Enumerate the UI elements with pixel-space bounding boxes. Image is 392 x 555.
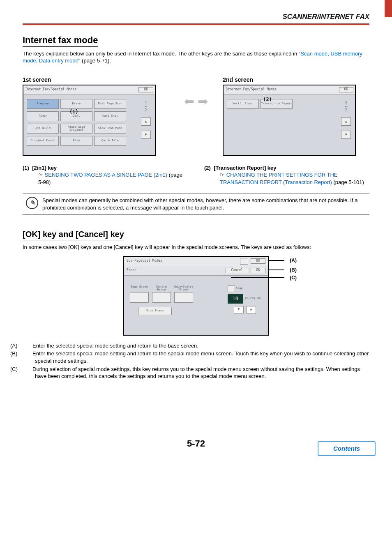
panel1-title: Internet Fax/Special Modes — [25, 88, 76, 92]
centre-erase-label: Centre Erase — [152, 286, 171, 292]
intro-text-1: The keys explained below can only be use… — [23, 51, 300, 57]
desc-a: (A)Enter the selected special mode setti… — [23, 342, 369, 350]
pointer-icon: ☞ — [220, 172, 225, 178]
running-header: SCANNER/INTERNET FAX — [23, 12, 369, 23]
card-shot-button[interactable]: Card Shot — [94, 111, 126, 121]
edge-erase-button[interactable] — [130, 292, 149, 303]
transaction-report-link[interactable]: CHANGING THE PRINT SETTINGS FOR THE TRAN… — [220, 172, 338, 185]
key-1-heading: (1) [2in1] key — [23, 164, 188, 172]
desc-c: (C)During selection of special mode sett… — [23, 366, 369, 380]
panel1-up-button[interactable]: ▲ — [141, 117, 151, 126]
key-2-heading: (2) [Transaction Report] key — [204, 164, 369, 172]
chapter-color-tab — [385, 0, 392, 17]
callout-two: (2) — [263, 96, 272, 103]
label-a: (A) — [290, 257, 297, 264]
special-modes-panel-1: Internet Fax/Special Modes OK Program Er… — [23, 85, 156, 156]
leader-a — [268, 260, 284, 261]
label-c: (C) — [290, 274, 297, 281]
edge-centre-erase-button[interactable] — [174, 292, 193, 303]
side-erase-button[interactable]: Side Erase — [138, 307, 172, 315]
leader-b — [268, 269, 284, 270]
leader-c — [231, 277, 284, 278]
original-count-button[interactable]: Original Count — [27, 136, 59, 146]
key-2-page: (page 5-101) — [333, 179, 364, 185]
screen-nav-arrow-icon: ⬅ ➡ — [182, 69, 210, 110]
erase-settings-panel: Scan/Special Modes OK Erase Cancel OK Ed… — [123, 256, 269, 336]
panel-mini-icon — [240, 258, 248, 265]
centre-erase-button[interactable] — [152, 292, 171, 303]
slow-scan-button[interactable]: Slow Scan Mode — [94, 124, 126, 134]
erase-panel-title-2: Erase — [127, 268, 136, 273]
panel1-down-button[interactable]: ▼ — [141, 131, 151, 139]
edge-erase-label: Edge Erase — [130, 286, 149, 292]
erase-panel-ok-b[interactable]: OK — [251, 268, 265, 273]
panel2-title: Internet Fax/Special Modes — [225, 88, 277, 92]
note-box: ✎ Special modes can generally be combine… — [23, 193, 369, 215]
panel1-pages: 2 — [145, 108, 147, 112]
page-title: Internet fax mode — [23, 34, 98, 47]
first-screen-heading: 1st screen — [23, 76, 169, 84]
pointer-icon: ☞ — [38, 172, 43, 178]
edge-label: Edge — [236, 287, 243, 290]
edge-centre-erase-label: Edge+Centre Erase — [174, 286, 193, 292]
verif-stamp-button[interactable]: Verif. Stamp — [227, 99, 259, 109]
timer-button[interactable]: Timer — [27, 111, 59, 121]
ok-cancel-heading: [OK] key and [Cancel] key — [23, 229, 124, 240]
panel2-down-button[interactable]: ▼ — [341, 131, 351, 139]
panel2-ok-button[interactable]: OK — [339, 87, 354, 92]
second-screen-heading: 2nd screen — [223, 76, 369, 84]
edge-mini-icon — [228, 286, 235, 292]
intro-text-2: " (page 5-71). — [78, 58, 111, 64]
callout-one: (1) — [69, 108, 78, 115]
contents-button[interactable]: Contents — [318, 441, 376, 456]
value-down-button[interactable]: ▼ — [234, 306, 244, 313]
quick-file-button[interactable]: Quick File — [94, 136, 126, 146]
erase-button[interactable]: Erase — [60, 99, 92, 109]
job-build-button[interactable]: Job Build — [27, 124, 59, 134]
ok-cancel-intro: In some cases two [OK] keys and one [Can… — [23, 244, 369, 251]
two-in-one-link[interactable]: SENDING TWO PAGES AS A SINGLE PAGE (2in1… — [45, 172, 167, 178]
intro-paragraph: The keys explained below can only be use… — [23, 50, 369, 64]
erase-panel-ok-a[interactable]: OK — [251, 258, 265, 264]
value-up-button[interactable]: ▲ — [246, 306, 256, 313]
panel1-page: 1 — [145, 101, 147, 105]
note-text: Special modes can generally be combined … — [42, 197, 357, 211]
erase-panel-title-1: Scan/Special Modes — [127, 259, 162, 263]
program-button[interactable]: Program — [27, 99, 59, 109]
panel1-ok-button[interactable]: OK — [138, 87, 153, 92]
edge-range: (0~20) mm. — [245, 297, 262, 300]
special-modes-panel-2: Internet Fax/Special Modes OK Verif. Sta… — [223, 85, 356, 156]
dual-page-scan-button[interactable]: Dual Page Scan — [94, 99, 126, 109]
edge-value: 10 — [228, 294, 243, 304]
desc-b: (B)Enter the selected special mode setti… — [23, 350, 369, 364]
file-button[interactable]: File — [60, 136, 92, 146]
panel2-up-button[interactable]: ▲ — [341, 117, 351, 126]
mixed-size-button[interactable]: Mixed Size Original — [60, 124, 92, 134]
header-rule — [23, 23, 369, 25]
label-b: (B) — [290, 267, 297, 273]
erase-panel-cancel[interactable]: Cancel — [226, 268, 248, 273]
panel2-pages: 2 — [345, 108, 347, 112]
note-icon: ✎ — [26, 197, 38, 209]
panel2-page: 2 — [345, 101, 347, 105]
